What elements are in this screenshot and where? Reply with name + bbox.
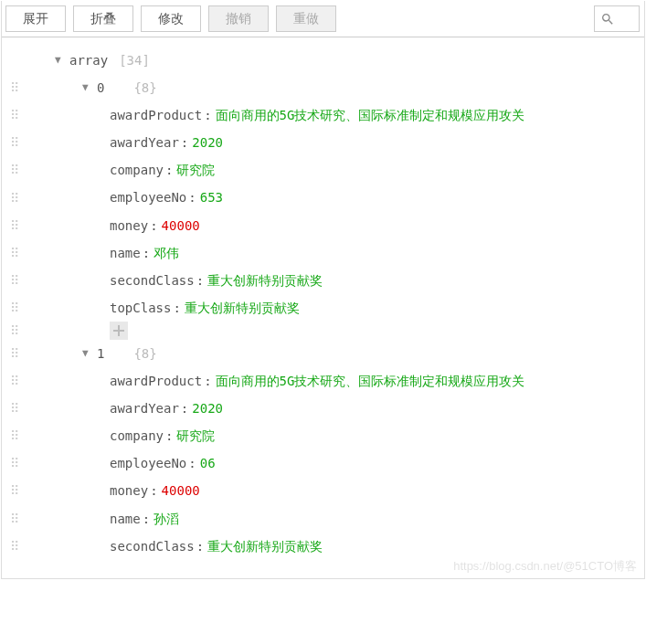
drag-handle-icon[interactable] xyxy=(2,489,27,492)
json-editor: array [34] 0{8}awardProduct:面向商用的5G技术研究、… xyxy=(2,37,644,578)
property-key: secondClass xyxy=(110,267,195,294)
collapse-button[interactable]: 折叠 xyxy=(73,5,133,32)
property-row[interactable]: secondClass:重大创新特别贡献奖 xyxy=(2,533,644,560)
property-row[interactable]: topClass:重大创新特别贡献奖 xyxy=(2,294,644,322)
property-key: awardProduct xyxy=(110,101,202,129)
property-row[interactable]: awardProduct:面向商用的5G技术研究、国际标准制定和规模应用攻关 xyxy=(2,101,644,129)
property-key: awardProduct xyxy=(110,367,202,395)
object-row[interactable]: 0{8} xyxy=(2,74,644,101)
property-row[interactable]: company:研究院 xyxy=(2,156,644,184)
redo-button[interactable]: 重做 xyxy=(276,5,336,32)
property-value: 研究院 xyxy=(176,422,215,449)
property-value: 06 xyxy=(200,449,216,477)
chevron-down-icon[interactable] xyxy=(82,343,97,364)
drag-handle-icon[interactable] xyxy=(2,406,27,410)
property-key: employeeNo xyxy=(110,449,186,477)
property-value: 重大创新特别贡献奖 xyxy=(207,267,323,294)
property-key: company xyxy=(110,422,164,449)
add-row xyxy=(2,322,644,340)
root-count: [34] xyxy=(119,47,150,74)
property-key: secondClass xyxy=(110,533,195,560)
property-value: 邓伟 xyxy=(154,239,179,267)
property-value: 40000 xyxy=(162,477,200,504)
chevron-down-icon[interactable] xyxy=(55,49,69,71)
add-button[interactable] xyxy=(110,322,128,340)
drag-handle-icon[interactable] xyxy=(2,434,27,438)
property-value: 面向商用的5G技术研究、国际标准制定和规模应用攻关 xyxy=(216,367,525,395)
root-row[interactable]: array [34] xyxy=(2,47,644,74)
item-count: {8} xyxy=(133,340,156,367)
property-row[interactable]: employeeNo: 06 xyxy=(2,449,644,477)
drag-handle-icon[interactable] xyxy=(2,306,27,310)
drag-handle-icon[interactable] xyxy=(2,141,27,144)
property-row[interactable]: awardYear:2020 xyxy=(2,395,644,422)
property-key: money xyxy=(110,477,148,504)
property-value: 重大创新特别贡献奖 xyxy=(185,294,300,322)
property-value: 面向商用的5G技术研究、国际标准制定和规模应用攻关 xyxy=(216,101,525,129)
property-row[interactable]: awardProduct:面向商用的5G技术研究、国际标准制定和规模应用攻关 xyxy=(2,367,644,395)
drag-handle-icon[interactable] xyxy=(2,379,27,383)
property-row[interactable]: awardYear:2020 xyxy=(2,129,644,156)
property-row[interactable]: company:研究院 xyxy=(2,422,644,449)
object-row[interactable]: 1{8} xyxy=(2,340,644,367)
drag-handle-icon[interactable] xyxy=(2,352,27,355)
drag-handle-icon[interactable] xyxy=(2,113,27,117)
property-key: name xyxy=(110,239,141,267)
drag-handle-icon[interactable] xyxy=(2,224,27,227)
item-index: 0 xyxy=(97,74,104,101)
property-value: 2020 xyxy=(192,129,223,156)
modify-button[interactable]: 修改 xyxy=(141,5,201,32)
property-value: 40000 xyxy=(162,212,200,239)
property-value: 2020 xyxy=(192,395,223,422)
drag-handle-icon[interactable] xyxy=(2,196,27,200)
drag-handle-icon[interactable] xyxy=(2,544,27,548)
property-value: 孙滔 xyxy=(154,505,179,533)
property-row[interactable]: money:40000 xyxy=(2,212,644,239)
property-key: money xyxy=(110,212,148,239)
property-key: awardYear xyxy=(110,395,179,422)
property-key: awardYear xyxy=(110,129,179,156)
toolbar: 展开 折叠 修改 撤销 重做 xyxy=(2,1,644,37)
property-key: topClass xyxy=(110,294,171,322)
item-count: {8} xyxy=(133,74,156,101)
drag-handle-icon[interactable] xyxy=(2,168,27,172)
chevron-down-icon[interactable] xyxy=(82,77,97,99)
drag-handle-icon[interactable] xyxy=(2,251,27,255)
root-label: array xyxy=(69,47,108,74)
drag-handle-icon[interactable] xyxy=(2,461,27,465)
search-icon xyxy=(600,12,615,26)
undo-button[interactable]: 撤销 xyxy=(208,5,269,32)
property-value: 653 xyxy=(200,184,223,211)
drag-handle-icon[interactable] xyxy=(2,329,27,333)
search-box[interactable] xyxy=(594,5,640,32)
drag-handle-icon[interactable] xyxy=(2,517,27,521)
property-row[interactable]: secondClass:重大创新特别贡献奖 xyxy=(2,267,644,294)
property-row[interactable]: money:40000 xyxy=(2,477,644,504)
drag-handle-icon[interactable] xyxy=(2,279,27,282)
property-value: 研究院 xyxy=(176,156,215,184)
property-key: employeeNo xyxy=(110,184,186,211)
property-key: name xyxy=(110,505,141,533)
property-row[interactable]: name:邓伟 xyxy=(2,239,644,267)
item-index: 1 xyxy=(97,340,104,367)
expand-button[interactable]: 展开 xyxy=(5,5,66,32)
drag-handle-icon[interactable] xyxy=(2,86,27,90)
plus-icon xyxy=(113,325,124,336)
property-row[interactable]: employeeNo: 653 xyxy=(2,184,644,211)
property-value: 重大创新特别贡献奖 xyxy=(207,533,323,560)
property-row[interactable]: name:孙滔 xyxy=(2,505,644,533)
property-key: company xyxy=(110,156,164,184)
